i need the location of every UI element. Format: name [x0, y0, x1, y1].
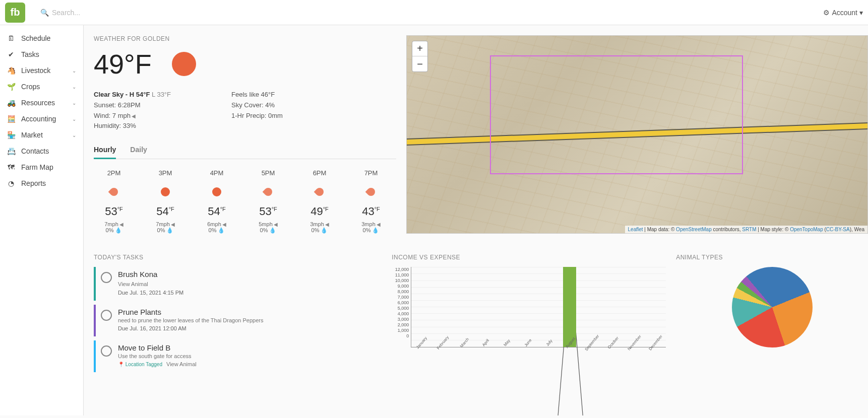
license-link[interactable]: CC-BY-SA	[826, 227, 850, 232]
hour-wind: 7mph◀	[145, 221, 185, 227]
task-view-link[interactable]: View Animal	[166, 361, 197, 367]
forecast-tabs: Hourly Daily	[94, 142, 396, 159]
map-icon: 🗺	[7, 163, 15, 171]
task-view-link[interactable]: View Animal	[118, 281, 148, 287]
hour-temp: 54°F	[197, 205, 237, 218]
pie-chart-icon: ◔	[7, 179, 15, 187]
hour-temp: 49°F	[299, 205, 340, 218]
task-complete-toggle[interactable]	[101, 345, 112, 357]
calculator-icon: 🧮	[7, 115, 15, 123]
sidebar-item-accounting[interactable]: 🧮Accounting⌄	[0, 111, 83, 127]
map-zoom-control: + −	[412, 41, 428, 72]
tab-daily[interactable]: Daily	[130, 142, 147, 159]
sidebar-item-label: Schedule	[21, 34, 50, 42]
hour-card: 4PM54°F6mph◀0% 💧	[197, 169, 237, 234]
sidebar-item-reports[interactable]: ◔Reports	[0, 175, 83, 191]
app-logo[interactable]: fb	[5, 3, 25, 23]
sidebar-item-label: Tasks	[21, 50, 39, 58]
hour-time: 3PM	[145, 169, 185, 177]
sidebar-item-farm-map[interactable]: 🗺Farm Map	[0, 159, 83, 175]
map-attribution: Leaflet | Map data: © OpenStreetMap cont…	[625, 226, 867, 233]
animal-types-panel: ANIMAL TYPES	[676, 254, 868, 376]
account-label: Account	[832, 9, 857, 17]
srtm-link[interactable]: SRTM	[742, 227, 756, 232]
check-circle-icon: ✔	[7, 50, 15, 58]
otm-link[interactable]: OpenTopoMap	[790, 227, 823, 232]
sidebar-item-tasks[interactable]: ✔Tasks	[0, 46, 83, 62]
search-icon: 🔍	[40, 9, 49, 17]
task-title[interactable]: Brush Kona	[118, 270, 382, 278]
conditions-right: Feels like 46°F Sky Cover: 4% 1-Hr Preci…	[231, 90, 283, 131]
sidebar-item-label: Reports	[21, 179, 46, 187]
task-item: Move to Field BUse the south gate for ac…	[94, 340, 382, 372]
tasks-heading: TODAY'S TASKS	[94, 254, 382, 261]
feels-like-label: Feels like 46°F	[231, 90, 283, 100]
sidebar-item-market[interactable]: 🏪Market⌄	[0, 127, 83, 143]
drop-icon: 💧	[166, 227, 173, 233]
drop-icon: 💧	[269, 227, 276, 233]
task-description: need to prune the lower leaves of the Th…	[118, 317, 382, 323]
sidebar-item-livestock[interactable]: 🐴Livestock⌄	[0, 62, 83, 79]
hour-precip: 0% 💧	[94, 227, 134, 234]
task-description: Use the south gate for access	[118, 353, 382, 359]
search-input[interactable]	[52, 9, 153, 17]
task-item: Prune Plantsneed to prune the lower leav…	[94, 305, 382, 336]
sun-icon	[172, 52, 196, 76]
tasks-list: Brush KonaView AnimalDue Jul. 15, 2021 4…	[94, 267, 382, 372]
task-title[interactable]: Move to Field B	[118, 343, 382, 352]
task-complete-toggle[interactable]	[101, 272, 112, 283]
sidebar-item-crops[interactable]: 🌱Crops⌄	[0, 79, 83, 95]
hour-wind: 5mph◀	[248, 221, 288, 227]
task-item: Brush KonaView AnimalDue Jul. 15, 2021 4…	[94, 267, 382, 301]
task-complete-toggle[interactable]	[101, 310, 112, 321]
hour-temp: 43°F	[351, 205, 391, 218]
tab-hourly[interactable]: Hourly	[94, 142, 116, 159]
partly-cloudy-icon	[263, 186, 274, 198]
sunset-label: Sunset: 6:28PM	[94, 100, 171, 111]
hour-temp: 53°F	[94, 205, 134, 218]
wind-label: Wind: 7 mph◀	[94, 111, 171, 121]
location-tag: 📍 Location Tagged	[118, 362, 162, 367]
task-due: Due Jul. 16, 2021 12:00 AM	[118, 325, 382, 331]
account-menu[interactable]: ⚙ Account ▾	[823, 9, 863, 17]
sidebar-item-resources[interactable]: 🚜Resources⌄	[0, 95, 83, 111]
summary-prefix: Clear Sky - H 54°F	[94, 91, 150, 98]
hour-precip: 0% 💧	[197, 227, 237, 234]
hour-card: 3PM54°F7mph◀0% 💧	[145, 169, 185, 234]
sidebar-item-label: Farm Map	[21, 163, 53, 171]
seedling-icon: 🌱	[7, 83, 15, 91]
sky-cover-label: Sky Cover: 4%	[231, 100, 283, 111]
sidebar-item-label: Crops	[21, 83, 40, 91]
zoom-in-button[interactable]: +	[412, 41, 427, 56]
sidebar-item-label: Resources	[21, 99, 55, 107]
calendar-icon: 🗓	[7, 34, 15, 42]
income-heading: INCOME VS EXPENSE	[392, 254, 666, 261]
hour-wind: 6mph◀	[197, 221, 237, 227]
task-title[interactable]: Prune Plants	[118, 308, 382, 316]
chevron-down-icon: ⌄	[72, 100, 76, 106]
wind-dir-icon: ◀	[132, 112, 136, 120]
sidebar-item-schedule[interactable]: 🗓Schedule	[0, 30, 83, 46]
income-expense-panel: INCOME VS EXPENSE 12,00011,00010,0009,00…	[392, 254, 666, 376]
leaflet-link[interactable]: Leaflet	[628, 227, 643, 232]
sidebar-item-contacts[interactable]: 📇Contacts	[0, 143, 83, 159]
animals-heading: ANIMAL TYPES	[676, 254, 868, 261]
hour-precip: 0% 💧	[299, 227, 340, 234]
chevron-down-icon: ⌄	[72, 68, 76, 74]
hour-card: 7PM43°F3mph◀0% 💧	[351, 169, 391, 234]
sidebar: 🗓Schedule✔Tasks🐴Livestock⌄🌱Crops⌄🚜Resour…	[0, 25, 84, 415]
hour-card: 2PM53°F7mph◀0% 💧	[94, 169, 134, 234]
main-content: WEATHER FOR GOLDEN 49°F Clear Sky - H 54…	[84, 25, 868, 415]
chart-line-overlay	[411, 267, 666, 415]
chevron-down-icon: ⌄	[72, 132, 76, 138]
sun-icon	[161, 187, 170, 196]
zoom-out-button[interactable]: −	[412, 56, 427, 72]
conditions-left: Clear Sky - H 54°F L 33°F Sunset: 6:28PM…	[94, 90, 171, 131]
farm-map-panel[interactable]: + − Leaflet | Map data: © OpenStreetMap …	[406, 35, 868, 234]
sidebar-item-label: Accounting	[21, 115, 56, 123]
sun-icon	[212, 187, 221, 196]
caret-down-icon: ▾	[859, 9, 863, 17]
animal-types-pie-chart	[732, 267, 813, 347]
task-due: Due Jul. 15, 2021 4:15 PM	[118, 290, 382, 296]
osm-link[interactable]: OpenStreetMap	[676, 227, 712, 232]
